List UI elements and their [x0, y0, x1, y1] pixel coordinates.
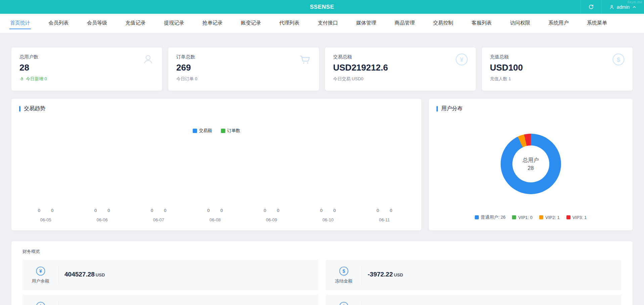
finance-row-0: ¥用户余额404527.28USD — [22, 260, 318, 290]
username: admin — [617, 4, 630, 10]
user-icon — [141, 53, 155, 66]
finance-row-value-wrap: -3972.22USD — [362, 271, 403, 278]
plus-circle-icon — [36, 301, 46, 305]
donut-legend-item-0[interactable]: 普通用户: 26 — [475, 214, 506, 220]
axis-group-4: 0006-09 — [243, 208, 300, 222]
nav-tab-14[interactable]: 系统用户 — [548, 17, 569, 29]
stat-card-sub-text: 今日交易 USD0 — [333, 76, 363, 82]
stat-card-value: 269 — [176, 62, 311, 73]
trend-x-axis: 0006-050006-060006-070006-080006-090006-… — [17, 208, 413, 222]
nav-tab-12[interactable]: 客服列表 — [471, 17, 492, 29]
donut-chart: 总用户 28 — [501, 134, 561, 194]
legend-item-0[interactable]: 交易额 — [193, 128, 212, 134]
nav-tab-10[interactable]: 商品管理 — [394, 17, 415, 29]
title-accent-bar — [19, 106, 20, 112]
distribution-panel-title: 用户分布 — [436, 105, 625, 112]
user-distribution-panel: 用户分布 总用户 28 普通用户: 26VIP1: 0VIP2: 1VIP3: … — [429, 99, 633, 230]
donut-center-value: 28 — [528, 165, 534, 171]
donut-legend-item-2[interactable]: VIP2: 1 — [539, 214, 560, 220]
donut-legend-item-1[interactable]: VIP1: 0 — [512, 214, 533, 220]
axis-value: 0 — [277, 208, 279, 213]
axis-value-labels: 00 — [356, 208, 413, 213]
axis-value-labels: 00 — [130, 208, 187, 213]
nav-tab-bar: 首页统计会员列表会员等级充值记录提现记录抢单记录账变记录代理列表支付接口媒体管理… — [0, 14, 644, 33]
axis-value: 0 — [107, 208, 110, 213]
axis-value: 0 — [151, 208, 153, 213]
plus-circle-icon — [339, 301, 349, 305]
legend-item-1[interactable]: 订单数 — [221, 128, 240, 134]
legend-label: VIP3: 1 — [572, 215, 587, 220]
legend-swatch — [539, 215, 543, 219]
axis-value-labels: 00 — [17, 208, 74, 213]
stat-card-2: 交易总额USD219212.6今日交易 USD0¥ — [325, 47, 476, 91]
nav-tab-4[interactable]: 提现记录 — [163, 17, 185, 29]
header-actions: admin — [581, 0, 644, 14]
yen-circle-icon: ¥ — [455, 53, 468, 66]
stat-card-sub: 今日订单 0 — [176, 76, 311, 82]
stat-card-sub: 充值人数 1 — [490, 76, 625, 82]
finance-row-value-wrap: 404527.28USD — [59, 271, 105, 278]
legend-swatch — [512, 215, 516, 219]
legend-label: 订单数 — [227, 128, 240, 134]
nav-tab-6[interactable]: 账变记录 — [240, 17, 262, 29]
donut-legend: 普通用户: 26VIP1: 0VIP2: 1VIP3: 1 — [436, 214, 625, 220]
finance-row-value: 404527.28 — [64, 271, 95, 278]
axis-group-1: 0006-06 — [74, 208, 130, 222]
axis-group-2: 0006-07 — [130, 208, 187, 222]
stat-card-sub: 今日新增 0 — [19, 76, 154, 82]
axis-group-3: 0006-08 — [187, 208, 243, 222]
nav-tab-15[interactable]: 系统菜单 — [586, 17, 608, 29]
axis-value: 0 — [377, 208, 379, 213]
donut-center: 总用户 28 — [512, 145, 549, 182]
stat-card-1: 订单总数269今日订单 0 — [168, 47, 319, 91]
axis-value-labels: 00 — [243, 208, 300, 213]
nav-tab-13[interactable]: 访问权限 — [509, 17, 531, 29]
stat-card-sub: 今日交易 USD0 — [333, 76, 468, 82]
nav-tab-5[interactable]: 抢单记录 — [202, 17, 223, 29]
nav-tab-7[interactable]: 代理列表 — [279, 17, 300, 29]
yen-circle-icon: ¥ — [36, 266, 46, 276]
dollar-circle-icon: $ — [339, 266, 349, 276]
distribution-title-text: 用户分布 — [441, 105, 463, 112]
nav-tab-1[interactable]: 会员列表 — [48, 17, 70, 29]
axis-value-labels: 00 — [187, 208, 243, 213]
legend-swatch — [566, 215, 570, 219]
axis-value: 0 — [320, 208, 323, 213]
finance-row-icon-col — [22, 301, 58, 305]
chevron-up-icon — [632, 5, 637, 9]
finance-title: 财务概览 — [22, 249, 622, 255]
finance-panel: 财务概览 ¥用户余额404527.28USD$冻结金额-3972.22USD10… — [11, 241, 633, 305]
axis-value: 0 — [220, 208, 223, 213]
nav-tab-0[interactable]: 首页统计 — [9, 17, 31, 29]
axis-group-0: 0006-05 — [17, 208, 74, 222]
title-accent-bar — [436, 106, 438, 112]
svg-text:$: $ — [617, 56, 620, 63]
stat-card-0: 总用户数28今日新增 0 — [11, 47, 162, 91]
stat-card-value: USD100 — [490, 62, 625, 73]
finance-row-3: 200USD — [326, 295, 622, 305]
flame-icon — [19, 77, 24, 81]
axis-tick-label: 06-11 — [356, 217, 413, 222]
legend-swatch — [221, 129, 225, 133]
trend-legend: 交易额订单数 — [19, 128, 414, 134]
trend-title-text: 交易趋势 — [24, 105, 45, 112]
axis-value: 0 — [390, 208, 392, 213]
axis-tick-label: 06-09 — [243, 217, 300, 222]
nav-tab-2[interactable]: 会员等级 — [86, 17, 108, 29]
finance-row-1: $冻结金额-3972.22USD — [326, 260, 622, 290]
trend-panel-title: 交易趋势 — [19, 105, 414, 112]
user-menu-button[interactable]: admin — [601, 0, 644, 14]
stat-card-value: 28 — [19, 62, 154, 73]
donut-legend-item-3[interactable]: VIP3: 1 — [566, 214, 587, 220]
nav-tab-3[interactable]: 充值记录 — [125, 17, 146, 29]
nav-tab-8[interactable]: 支付接口 — [317, 17, 338, 29]
axis-value: 0 — [38, 208, 40, 213]
nav-tab-11[interactable]: 交易控制 — [432, 17, 454, 29]
finance-row-currency: USD — [96, 272, 105, 277]
nav-tab-9[interactable]: 媒体管理 — [356, 17, 377, 29]
axis-group-5: 0006-10 — [300, 208, 356, 222]
axis-value: 0 — [333, 208, 336, 213]
finance-row-2: 100USD — [22, 295, 318, 305]
stat-card-title: 交易总额 — [333, 54, 468, 60]
refresh-button[interactable] — [581, 0, 601, 14]
